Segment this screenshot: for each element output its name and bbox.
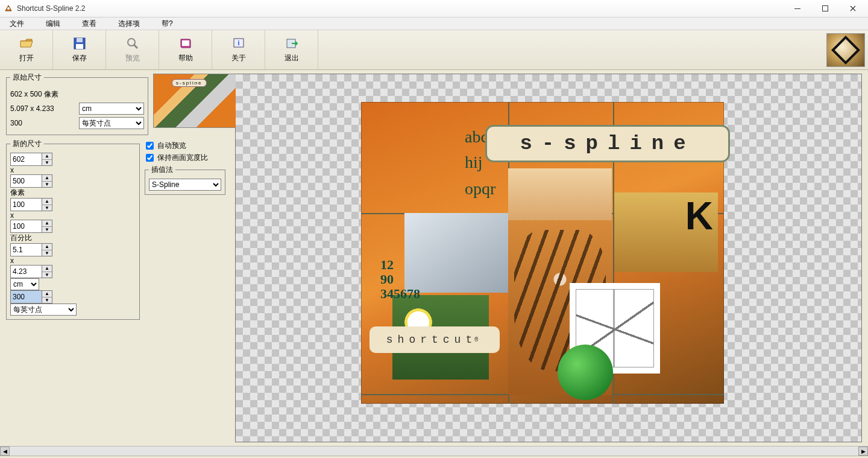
folder-open-icon	[19, 36, 34, 51]
original-size-panel: 原始尺寸 602 x 500 像素 5.097 x 4.233 cm 300 每…	[6, 72, 148, 135]
original-cm-text: 5.097 x 4.233	[10, 104, 75, 113]
up-arrow-icon[interactable]: ▲	[42, 199, 52, 205]
height-pct-input[interactable]	[10, 220, 42, 233]
left-column: 原始尺寸 602 x 500 像素 5.097 x 4.233 cm 300 每…	[0, 70, 235, 446]
save-label: 保存	[72, 53, 87, 63]
canvas-frame: abc hij opqr s-spline shortcut 12 90 345…	[235, 74, 862, 442]
dpi-spinner[interactable]: ▲▼	[10, 290, 52, 304]
width-cm-input[interactable]	[10, 243, 42, 256]
width-px-spinner[interactable]: ▲▼	[10, 153, 52, 166]
toolbar: 打开 保存 预览 帮助 i 关于 退出	[0, 30, 868, 70]
height-px-input[interactable]	[10, 174, 42, 188]
menu-options[interactable]: 选择项	[115, 17, 143, 30]
thumbnail-preview[interactable]: s-spline	[153, 74, 237, 128]
auto-preview-input[interactable]	[146, 142, 154, 150]
width-cm-spinner[interactable]: ▲▼	[10, 243, 52, 256]
thumbnail-image: s-spline	[154, 74, 237, 127]
interpolation-select[interactable]: S-Spline	[149, 179, 221, 191]
keep-aspect-label: 保持画面宽度比	[157, 153, 208, 163]
scroll-right-arrow-icon[interactable]: ▶	[858, 447, 868, 456]
original-size-title: 原始尺寸	[10, 72, 44, 83]
down-arrow-icon[interactable]: ▼	[42, 227, 52, 233]
height-cm-input[interactable]	[10, 265, 42, 278]
window-title: Shortcut S-Spline 2.2	[17, 4, 85, 13]
open-button[interactable]: 打开	[0, 30, 53, 69]
original-unit-select[interactable]: cm	[79, 103, 144, 115]
down-arrow-icon[interactable]: ▼	[42, 297, 52, 304]
thumbnail-logo: s-spline	[172, 79, 207, 87]
brand-logo-button[interactable]	[826, 33, 865, 67]
interpolation-panel: 插值法 S-Spline	[145, 165, 225, 195]
book-icon	[178, 36, 193, 51]
window-controls	[784, 0, 867, 17]
width-pct-input[interactable]	[10, 198, 42, 211]
preview-button[interactable]: 预览	[106, 30, 159, 69]
height-px-spinner[interactable]: ▲▼	[10, 174, 52, 188]
width-pct-spinner[interactable]: ▲▼	[10, 198, 52, 211]
svg-rect-2	[823, 6, 828, 11]
dpi-input[interactable]	[10, 290, 42, 304]
x-separator: x	[10, 211, 14, 220]
up-arrow-icon[interactable]: ▲	[42, 153, 52, 160]
preview-image: abc hij opqr s-spline shortcut 12 90 345…	[361, 102, 724, 404]
statusbar: 演示图像 ◢	[0, 456, 868, 458]
horizontal-scrollbar[interactable]: ◀ ▶	[0, 446, 868, 456]
preview-text: hij	[465, 153, 483, 172]
scroll-track[interactable]	[10, 447, 858, 456]
down-arrow-icon[interactable]: ▼	[42, 250, 52, 256]
exit-label: 退出	[285, 53, 299, 63]
auto-preview-checkbox[interactable]: 自动预览	[146, 141, 225, 151]
preview-frog-icon	[558, 345, 613, 400]
dpi-unit-select[interactable]: 每英寸点	[10, 304, 77, 316]
svg-rect-1	[794, 8, 800, 9]
maximize-button[interactable]	[811, 0, 839, 17]
original-dpi-text: 300	[10, 119, 75, 127]
up-arrow-icon[interactable]: ▲	[42, 175, 52, 182]
right-column: abc hij opqr s-spline shortcut 12 90 345…	[235, 70, 868, 446]
canvas[interactable]: abc hij opqr s-spline shortcut 12 90 345…	[236, 74, 861, 442]
keep-aspect-input[interactable]	[146, 154, 154, 162]
menubar: 文件 编辑 查看 选择项 帮?	[0, 17, 868, 30]
down-arrow-icon[interactable]: ▼	[42, 160, 52, 166]
up-arrow-icon[interactable]: ▲	[42, 266, 52, 272]
x-separator: x	[10, 166, 14, 174]
interpolation-title: 插值法	[149, 165, 175, 175]
preview-text: opqr	[465, 179, 495, 199]
preview-shortcut-label: shortcut	[370, 326, 500, 353]
scroll-left-arrow-icon[interactable]: ◀	[0, 447, 10, 456]
floppy-icon	[72, 36, 87, 51]
width-px-input[interactable]	[10, 153, 42, 166]
app-icon	[4, 4, 13, 13]
menu-view[interactable]: 查看	[78, 17, 100, 30]
height-pct-spinner[interactable]: ▲▼	[10, 220, 52, 233]
menu-help[interactable]: 帮?	[158, 17, 177, 30]
exit-icon	[285, 36, 299, 51]
original-pixels-text: 602 x 500 像素	[10, 89, 75, 100]
menu-file[interactable]: 文件	[6, 17, 28, 30]
x-separator: x	[10, 256, 14, 265]
up-arrow-icon[interactable]: ▲	[42, 220, 52, 227]
down-arrow-icon[interactable]: ▼	[42, 205, 52, 211]
menu-edit[interactable]: 编辑	[42, 17, 64, 30]
original-dpi-unit-select[interactable]: 每英寸点	[79, 117, 144, 129]
about-button[interactable]: i 关于	[212, 30, 265, 69]
up-arrow-icon[interactable]: ▲	[42, 291, 52, 297]
about-label: 关于	[231, 53, 246, 63]
svg-rect-7	[182, 40, 189, 46]
open-label: 打开	[19, 53, 34, 63]
minimize-button[interactable]	[784, 0, 811, 17]
unit-cm-select[interactable]: cm	[10, 278, 39, 290]
close-button[interactable]	[839, 0, 867, 17]
down-arrow-icon[interactable]: ▼	[42, 182, 52, 188]
help-button[interactable]: 帮助	[159, 30, 212, 69]
down-arrow-icon[interactable]: ▼	[42, 272, 52, 278]
height-cm-spinner[interactable]: ▲▼	[10, 265, 52, 278]
svg-text:i: i	[237, 39, 239, 46]
svg-rect-5	[76, 44, 83, 49]
save-button[interactable]: 保存	[53, 30, 106, 69]
preview-logo: s-spline	[485, 125, 730, 162]
preview-numbers: 12 90 345678	[380, 258, 420, 301]
up-arrow-icon[interactable]: ▲	[42, 244, 52, 250]
exit-button[interactable]: 退出	[265, 30, 318, 69]
keep-aspect-checkbox[interactable]: 保持画面宽度比	[146, 153, 225, 163]
